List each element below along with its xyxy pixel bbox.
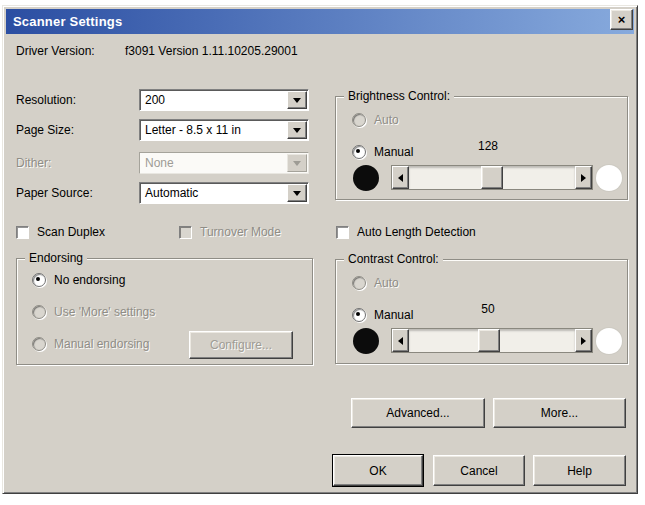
brightness-control-group: Brightness Control: Auto Manual 128	[335, 96, 628, 200]
manual-endorsing-label: Manual endorsing	[54, 337, 149, 351]
cancel-button-label: Cancel	[460, 464, 497, 478]
turnover-mode-label: Turnover Mode	[200, 225, 281, 239]
configure-button: Configure...	[189, 331, 293, 359]
help-button-label: Help	[567, 464, 592, 478]
endorsing-group-label: Endorsing	[25, 251, 87, 265]
brightness-auto-option: Auto	[352, 113, 399, 127]
scanner-settings-dialog: Scanner Settings × Driver Version: f3091…	[2, 5, 638, 494]
configure-button-label: Configure...	[210, 338, 272, 352]
contrast-slider-right-button[interactable]	[575, 329, 592, 352]
contrast-control-group: Contrast Control: Auto Manual 50	[335, 259, 628, 364]
brightness-light-end-icon	[596, 165, 622, 191]
brightness-value: 128	[448, 139, 528, 153]
contrast-auto-option: Auto	[352, 276, 399, 290]
driver-version-label: Driver Version:	[16, 44, 95, 58]
resolution-label: Resolution:	[16, 93, 76, 107]
advanced-button-label: Advanced...	[386, 406, 449, 420]
more-button-label: More...	[541, 406, 578, 420]
dither-dropdown: None	[139, 152, 309, 174]
arrow-left-icon	[398, 174, 403, 182]
brightness-slider-right-button[interactable]	[575, 166, 592, 189]
scan-duplex-label: Scan Duplex	[37, 225, 105, 239]
auto-length-detection-option[interactable]: Auto Length Detection	[336, 225, 476, 239]
page-size-value[interactable]: Letter - 8.5 x 11 in	[139, 119, 309, 141]
driver-version-value: f3091 Version 1.11.10205.29001	[125, 44, 298, 58]
arrow-right-icon	[581, 337, 586, 345]
auto-length-detection-label: Auto Length Detection	[357, 225, 476, 239]
radio-checked-icon[interactable]	[32, 273, 46, 287]
use-more-settings-option: Use 'More' settings	[32, 305, 155, 319]
radio-checked-icon[interactable]	[352, 145, 366, 159]
contrast-dark-end-icon	[353, 328, 379, 354]
dither-dropdown-button	[287, 154, 307, 172]
radio-icon	[32, 337, 46, 351]
window-title: Scanner Settings	[13, 14, 122, 29]
use-more-settings-label: Use 'More' settings	[54, 305, 155, 319]
chevron-down-icon	[293, 128, 301, 133]
close-button[interactable]: ×	[610, 9, 633, 30]
title-bar[interactable]: Scanner Settings	[6, 9, 634, 34]
brightness-dark-end-icon	[353, 165, 379, 191]
paper-source-dropdown[interactable]: Automatic	[139, 182, 309, 204]
checkbox-icon[interactable]	[336, 226, 349, 239]
resolution-dropdown-button[interactable]	[287, 91, 307, 109]
contrast-slider-left-button[interactable]	[392, 329, 409, 352]
page-size-label: Page Size:	[16, 123, 74, 137]
paper-source-label: Paper Source:	[16, 186, 93, 200]
close-icon: ×	[618, 13, 626, 26]
contrast-slider-thumb[interactable]	[478, 329, 500, 352]
brightness-manual-option[interactable]: Manual	[352, 145, 413, 159]
radio-icon	[352, 113, 366, 127]
ok-button-label: OK	[369, 464, 386, 478]
scan-duplex-option[interactable]: Scan Duplex	[16, 225, 105, 239]
brightness-group-label: Brightness Control:	[344, 89, 454, 103]
ok-button[interactable]: OK	[333, 455, 423, 486]
radio-checked-icon[interactable]	[352, 308, 366, 322]
no-endorsing-label: No endorsing	[54, 273, 125, 287]
paper-source-value[interactable]: Automatic	[139, 182, 309, 204]
contrast-manual-label: Manual	[374, 308, 413, 322]
no-endorsing-option[interactable]: No endorsing	[32, 273, 125, 287]
brightness-slider-left-button[interactable]	[392, 166, 409, 189]
arrow-right-icon	[581, 174, 586, 182]
contrast-slider[interactable]	[391, 328, 593, 353]
page-size-dropdown-button[interactable]	[287, 121, 307, 139]
cancel-button[interactable]: Cancel	[433, 455, 525, 486]
checkbox-icon[interactable]	[16, 226, 29, 239]
contrast-light-end-icon	[596, 328, 622, 354]
brightness-slider-track[interactable]	[409, 166, 575, 189]
brightness-slider[interactable]	[391, 165, 593, 190]
arrow-left-icon	[398, 337, 403, 345]
contrast-manual-option[interactable]: Manual	[352, 308, 413, 322]
chevron-down-icon	[293, 98, 301, 103]
advanced-button[interactable]: Advanced...	[351, 398, 485, 428]
resolution-value[interactable]: 200	[139, 89, 309, 111]
checkbox-icon	[179, 226, 192, 239]
brightness-slider-thumb[interactable]	[481, 166, 503, 189]
chevron-down-icon	[293, 191, 301, 196]
manual-endorsing-option: Manual endorsing	[32, 337, 149, 351]
dither-label: Dither:	[16, 156, 51, 170]
chevron-down-icon	[293, 161, 301, 166]
radio-icon	[32, 305, 46, 319]
turnover-mode-option: Turnover Mode	[179, 225, 281, 239]
help-button[interactable]: Help	[533, 455, 626, 486]
more-button[interactable]: More...	[493, 398, 626, 428]
resolution-dropdown[interactable]: 200	[139, 89, 309, 111]
paper-source-dropdown-button[interactable]	[287, 184, 307, 202]
dither-value: None	[139, 152, 309, 174]
contrast-value: 50	[448, 302, 528, 316]
contrast-slider-track[interactable]	[409, 329, 575, 352]
brightness-manual-label: Manual	[374, 145, 413, 159]
contrast-auto-label: Auto	[374, 276, 399, 290]
radio-icon	[352, 276, 366, 290]
brightness-auto-label: Auto	[374, 113, 399, 127]
endorsing-group: Endorsing No endorsing Use 'More' settin…	[16, 258, 313, 365]
contrast-group-label: Contrast Control:	[344, 252, 443, 266]
page-size-dropdown[interactable]: Letter - 8.5 x 11 in	[139, 119, 309, 141]
